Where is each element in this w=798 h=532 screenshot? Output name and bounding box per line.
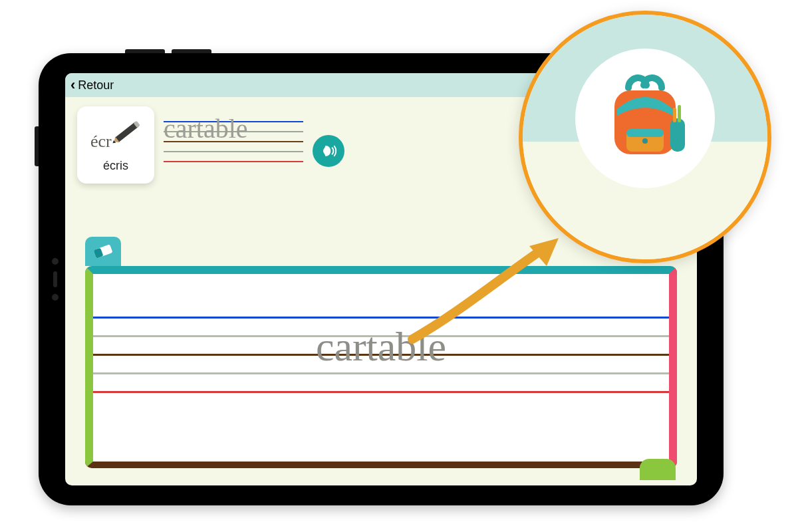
eraser-button[interactable]	[85, 237, 121, 266]
eraser-icon	[90, 242, 116, 261]
camera-cluster	[51, 258, 60, 301]
speak-button[interactable]	[313, 135, 344, 167]
back-label: Retour	[78, 78, 114, 92]
mode-card-write[interactable]: écr écris	[77, 106, 154, 184]
back-button[interactable]: ‹ Retour	[70, 76, 114, 94]
physical-button	[172, 49, 211, 53]
practice-word-text: cartable	[316, 323, 446, 370]
guide-line	[93, 391, 669, 393]
guide-line	[93, 372, 669, 374]
svg-rect-13	[678, 105, 681, 122]
guide-line	[164, 151, 303, 152]
physical-button	[125, 49, 165, 53]
svg-point-10	[642, 138, 648, 144]
callout-bubble	[519, 11, 771, 263]
callout-header-area	[523, 15, 767, 142]
writing-area[interactable]: cartable	[85, 266, 677, 468]
svg-rect-12	[673, 108, 676, 122]
backpack-icon	[592, 65, 698, 172]
svg-text:écr: écr	[90, 132, 112, 151]
svg-rect-9	[626, 129, 664, 137]
physical-button	[35, 126, 39, 166]
model-word-text: cartable	[164, 116, 248, 142]
mode-card-label: écris	[103, 159, 128, 173]
guide-line	[93, 317, 669, 319]
chevron-left-icon: ‹	[70, 76, 75, 94]
svg-rect-11	[670, 118, 685, 152]
model-word-panel: cartable	[164, 106, 303, 166]
backpack-badge[interactable]	[575, 49, 715, 188]
pencil-icon: écr	[89, 118, 142, 155]
next-button[interactable]	[640, 459, 676, 480]
writing-area-wrap: cartable	[65, 266, 697, 485]
guide-line	[164, 161, 303, 162]
speak-icon	[318, 140, 339, 162]
